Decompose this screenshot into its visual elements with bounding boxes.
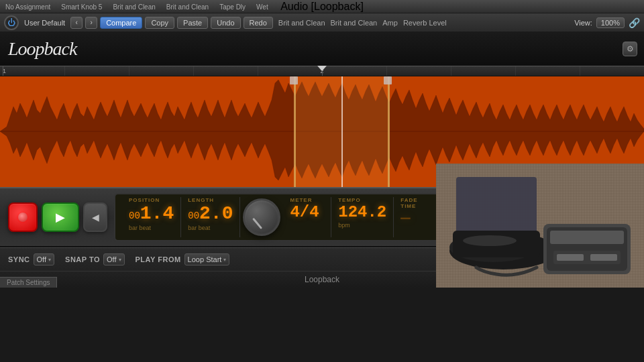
- menu-item-3[interactable]: Brit and Clean: [107, 3, 160, 11]
- length-value: 2.0: [199, 204, 233, 223]
- view-label: View:: [574, 19, 592, 27]
- toolbar-menu-items: Brit and Clean Brit and Clean Amp Reverb…: [278, 19, 447, 27]
- plugin-area: Loopback ⚙ 1 2: [0, 32, 644, 288]
- patch-settings-tab[interactable]: Patch Settings: [0, 277, 57, 288]
- power-button[interactable]: ⏻: [4, 15, 19, 30]
- menu-item-6[interactable]: Wet: [251, 3, 274, 11]
- play-from-group: PLAY FROM Loop Start ▾: [136, 253, 230, 265]
- tempo-section: TEMPO 124.2 bpm: [331, 197, 394, 237]
- ruler-tick-1: [64, 66, 65, 76]
- toolbar-right: View: 100% 🔗: [574, 17, 640, 28]
- ruler-tick-5: [386, 66, 387, 76]
- record-button[interactable]: [8, 202, 38, 232]
- compare-button[interactable]: Compare: [100, 17, 142, 29]
- play-from-dropdown-arrow: ▾: [223, 257, 226, 263]
- snap-to-label: SNAP TO: [65, 255, 100, 263]
- meter-label: METER: [290, 197, 312, 203]
- fade-section: FADE TIME —: [394, 197, 441, 237]
- preset-label: User Default: [24, 19, 65, 27]
- settings-icon: ⚙: [627, 44, 634, 54]
- nav-prev-button[interactable]: ‹: [70, 17, 83, 29]
- snap-to-group: SNAP TO Off ▾: [65, 253, 124, 265]
- play-from-dropdown[interactable]: Loop Start ▾: [184, 253, 230, 265]
- svg-rect-5: [384, 76, 392, 84]
- back-button[interactable]: ◀: [83, 202, 107, 232]
- undo-button[interactable]: Undo: [211, 17, 240, 29]
- paste-button[interactable]: Paste: [177, 17, 208, 29]
- fade-value: —: [400, 210, 410, 227]
- ruler-tick-4: [258, 66, 258, 76]
- fade-label: FADE TIME: [400, 197, 435, 209]
- display-panel: POSITION 00 1.4 bar beat LENGTH 00 2.0 b…: [114, 193, 449, 241]
- position-subvalue: bar beat: [129, 225, 151, 231]
- transport-buttons: ▶ ◀: [8, 202, 107, 232]
- length-label: LENGTH: [188, 197, 214, 203]
- sync-dropdown[interactable]: Off ▾: [34, 253, 54, 265]
- play-from-label: PLAY FROM: [136, 255, 181, 263]
- position-value: 1.4: [140, 204, 174, 223]
- ruler-tick-7: [515, 66, 516, 76]
- svg-rect-2: [294, 76, 296, 187]
- menu-item-5[interactable]: Tape Dly: [214, 3, 251, 11]
- link-icon[interactable]: 🔗: [629, 17, 640, 28]
- foot-pedal-image: [436, 164, 644, 288]
- play-button[interactable]: ▶: [42, 202, 79, 232]
- play-from-value: Loop Start: [188, 255, 222, 263]
- knob-container: [240, 197, 283, 237]
- playhead-marker[interactable]: [317, 66, 327, 76]
- main-knob[interactable]: [243, 198, 280, 236]
- plugin-header: Loopback ⚙: [0, 32, 644, 66]
- view-percent[interactable]: 100%: [596, 17, 625, 28]
- tempo-value: 124.2: [338, 204, 386, 221]
- sync-label: SYNC: [8, 255, 30, 263]
- toolbar-menu-1[interactable]: Brit and Clean: [278, 19, 325, 27]
- toolbar-menu-3[interactable]: Amp: [382, 19, 398, 27]
- timeline-ruler[interactable]: 1 2: [0, 66, 644, 76]
- svg-point-15: [463, 235, 517, 246]
- tempo-subvalue: bpm: [338, 222, 350, 229]
- toolbar: ⏻ User Default ‹ › Compare Copy Paste Un…: [0, 13, 644, 32]
- tempo-label: TEMPO: [338, 197, 360, 203]
- photo-area: [436, 164, 644, 288]
- record-indicator: [18, 213, 28, 222]
- ruler-tick-8: [580, 66, 580, 76]
- svg-rect-21: [590, 254, 617, 261]
- position-prefix: 00: [129, 210, 140, 221]
- length-section: LENGTH 00 2.0 bar beat: [181, 197, 240, 237]
- svg-rect-3: [388, 76, 390, 187]
- sync-dropdown-arrow: ▾: [48, 257, 51, 263]
- snap-to-value: Off: [107, 255, 116, 263]
- snap-to-dropdown-arrow: ▾: [119, 257, 121, 263]
- top-bar: No Assignment Smart Knob 5 Brit and Clea…: [0, 0, 644, 13]
- snap-to-dropdown[interactable]: Off ▾: [103, 253, 124, 265]
- copy-button[interactable]: Copy: [145, 17, 174, 29]
- meter-section: METER 4/4: [283, 197, 331, 237]
- position-label: POSITION: [129, 197, 160, 203]
- ruler-tick-3: [193, 66, 194, 76]
- ruler-line-1: [3, 66, 3, 76]
- length-prefix: 00: [188, 210, 199, 221]
- meter-value: 4/4: [290, 204, 319, 221]
- settings-button[interactable]: ⚙: [623, 42, 637, 56]
- svg-rect-20: [557, 254, 584, 261]
- toolbar-menu-4[interactable]: Reverb Level: [403, 19, 447, 27]
- menu-item-2[interactable]: Smart Knob 5: [56, 3, 107, 11]
- footer-label: Loopback: [305, 275, 339, 284]
- plugin-logo: Loopback: [8, 38, 76, 60]
- menu-item-4[interactable]: Brit and Clean: [161, 3, 214, 11]
- back-icon: ◀: [92, 212, 99, 223]
- position-section: POSITION 00 1.4 bar beat: [122, 197, 181, 237]
- ruler-tick-6: [451, 66, 451, 76]
- nav-next-button[interactable]: ›: [85, 17, 97, 29]
- sync-group: SYNC Off ▾: [8, 253, 54, 265]
- svg-rect-4: [290, 76, 298, 84]
- play-icon: ▶: [56, 210, 65, 225]
- menu-item-1[interactable]: No Assignment: [0, 3, 56, 11]
- redo-button[interactable]: Redo: [244, 17, 273, 29]
- photo-placeholder: [436, 164, 644, 288]
- length-subvalue: bar beat: [188, 225, 210, 231]
- toolbar-menu-2[interactable]: Brit and Clean: [331, 19, 378, 27]
- sync-value: Off: [37, 255, 46, 263]
- svg-rect-18: [550, 231, 624, 244]
- window-title: Audio [Loopback]: [280, 1, 364, 13]
